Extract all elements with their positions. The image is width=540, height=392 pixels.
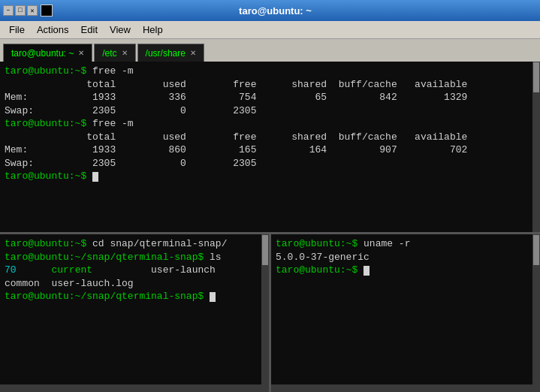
title-bar: – □ ✕ taro@ubuntu: ~: [0, 0, 540, 21]
bottom-right-terminal-output: taro@ubuntu:~$ uname -r 5.0.0-37-generic…: [276, 237, 535, 277]
tab-usr-share[interactable]: /usr/share ✕: [137, 44, 204, 62]
window-title: taro@ubuntu: ~: [59, 5, 492, 17]
bottom-left-scrollbar-v[interactable]: [261, 234, 269, 392]
tab-etc-label: /etc: [102, 48, 116, 59]
tab-etc-close[interactable]: ✕: [122, 49, 128, 57]
bottom-right-scrollbar-h[interactable]: [271, 384, 532, 392]
main-content: taro@ubuntu:~$ free -m total used free s…: [0, 62, 540, 392]
bottom-panes: taro@ubuntu:~$ cd snap/qterminal-snap/ t…: [0, 234, 540, 392]
tab-etc[interactable]: /etc ✕: [94, 44, 135, 62]
bottom-right-terminal-pane[interactable]: taro@ubuntu:~$ uname -r 5.0.0-37-generic…: [271, 234, 540, 392]
tab-home-label: taro@ubuntu: ~: [11, 48, 74, 59]
top-terminal-output: taro@ubuntu:~$ free -m total used free s…: [5, 65, 535, 183]
tab-usr-share-close[interactable]: ✕: [190, 49, 196, 57]
menu-help[interactable]: Help: [137, 23, 169, 37]
scrollbar-thumb-br[interactable]: [533, 235, 539, 265]
bottom-right-scrollbar-v[interactable]: [532, 234, 540, 392]
menu-actions[interactable]: Actions: [31, 23, 75, 37]
terminal-icon: [41, 5, 53, 17]
tab-bar: taro@ubuntu: ~ ✕ /etc ✕ /usr/share ✕: [0, 39, 540, 62]
tab-home[interactable]: taro@ubuntu: ~ ✕: [3, 44, 92, 62]
bottom-left-scrollbar-h[interactable]: [0, 384, 261, 392]
tab-usr-share-label: /usr/share: [146, 48, 186, 59]
window-controls[interactable]: – □ ✕: [3, 5, 38, 16]
top-terminal-pane[interactable]: taro@ubuntu:~$ free -m total used free s…: [0, 62, 540, 234]
menu-view[interactable]: View: [104, 23, 137, 37]
menu-file[interactable]: File: [3, 23, 31, 37]
top-pane-scrollbar-v[interactable]: [532, 62, 540, 232]
minimize-button[interactable]: –: [3, 5, 14, 16]
scrollbar-thumb-bl[interactable]: [262, 235, 268, 265]
scrollbar-thumb[interactable]: [533, 62, 539, 92]
maximize-button[interactable]: □: [15, 5, 26, 16]
tab-home-close[interactable]: ✕: [78, 49, 84, 57]
menu-edit[interactable]: Edit: [75, 23, 104, 37]
close-button[interactable]: ✕: [27, 5, 38, 16]
menu-bar: File Actions Edit View Help: [0, 21, 540, 39]
bottom-left-terminal-output: taro@ubuntu:~$ cd snap/qterminal-snap/ t…: [5, 237, 264, 303]
bottom-left-terminal-pane[interactable]: taro@ubuntu:~$ cd snap/qterminal-snap/ t…: [0, 234, 271, 392]
